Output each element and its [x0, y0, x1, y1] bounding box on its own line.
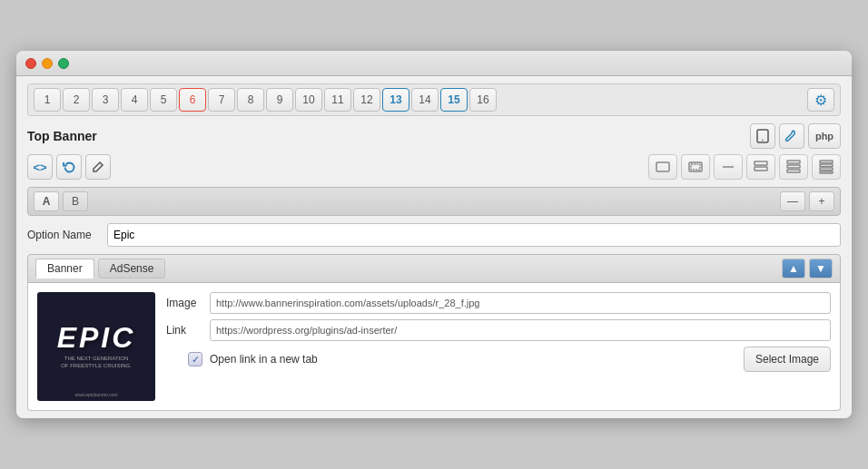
sub-tab-bar: Banner AdSense ▲ ▼: [27, 254, 841, 283]
titlebar: [16, 51, 852, 76]
svg-rect-14: [820, 171, 833, 173]
php-button[interactable]: php: [808, 123, 841, 149]
image-field-row: Image: [166, 292, 831, 314]
section-title: Top Banner: [27, 129, 750, 143]
svg-rect-11: [820, 161, 833, 163]
layout-1-btn[interactable]: [648, 154, 677, 180]
tab-bar: 1 2 3 4 5 6 7 8 9 10 11 12 13 14 15 16 ⚙: [27, 83, 841, 116]
tab-1[interactable]: 1: [34, 88, 61, 112]
option-name-label: Option Name: [27, 229, 100, 241]
image-label: Image: [166, 297, 202, 309]
new-tab-label: Open link in a new tab: [210, 353, 736, 366]
tab-6[interactable]: 6: [179, 88, 206, 112]
ab-bar: A B — +: [27, 187, 841, 216]
layout-4-btn[interactable]: [746, 154, 775, 180]
banner-inner: EPIC THE NEXT GENERATIONOF FREESTYLE CRU…: [37, 292, 831, 401]
tab-13[interactable]: 13: [382, 88, 409, 112]
epic-subtitle: THE NEXT GENERATIONOF FREESTYLE CRUISING…: [57, 356, 135, 370]
edit-icon-btn[interactable]: [85, 154, 111, 180]
tab-8[interactable]: 8: [237, 88, 264, 112]
option-name-input[interactable]: [107, 223, 841, 247]
tab-4[interactable]: 4: [121, 88, 148, 112]
close-button[interactable]: [25, 58, 36, 69]
checkbox-row: ✓ Open link in a new tab Select Image: [166, 347, 831, 372]
layout-5-btn[interactable]: [779, 154, 808, 180]
toolbar-left: <>: [27, 154, 111, 180]
banner-fields: Image Link ✓ Open link in a new tab Sele…: [166, 292, 831, 401]
select-image-button[interactable]: Select Image: [744, 347, 831, 372]
svg-rect-2: [656, 162, 669, 171]
sub-tab-adsense[interactable]: AdSense: [98, 259, 166, 278]
tab-3[interactable]: 3: [92, 88, 119, 112]
svg-rect-13: [820, 168, 833, 171]
option-row: Option Name: [27, 223, 841, 247]
tab-15[interactable]: 15: [440, 88, 468, 112]
content-area: 1 2 3 4 5 6 7 8 9 10 11 12 13 14 15 16 ⚙…: [16, 76, 852, 418]
layout-6-btn[interactable]: [812, 154, 841, 180]
tab-11[interactable]: 11: [324, 88, 351, 112]
code-icon-btn[interactable]: <>: [27, 154, 53, 180]
svg-rect-8: [787, 161, 800, 163]
tab-2[interactable]: 2: [63, 88, 90, 112]
image-url-input[interactable]: [210, 292, 831, 314]
tab-16[interactable]: 16: [469, 88, 497, 112]
banner-preview: EPIC THE NEXT GENERATIONOF FREESTYLE CRU…: [37, 292, 155, 401]
tab-9[interactable]: 9: [266, 88, 293, 112]
tab-5[interactable]: 5: [150, 88, 177, 112]
layout-2-btn[interactable]: [681, 154, 710, 180]
tab-a[interactable]: A: [34, 191, 59, 211]
arrow-up-btn[interactable]: ▲: [782, 259, 805, 278]
svg-point-1: [762, 140, 764, 142]
toolbar-right: [648, 154, 841, 180]
ab-plus-btn[interactable]: +: [809, 191, 834, 211]
epic-logo: EPIC: [57, 323, 136, 352]
new-tab-checkbox[interactable]: ✓: [188, 352, 202, 366]
arrow-down-btn[interactable]: ▼: [809, 259, 833, 278]
checkbox-wrapper: ✓: [166, 352, 202, 366]
tablet-icon-btn[interactable]: [750, 123, 775, 149]
sub-tab-banner[interactable]: Banner: [35, 259, 94, 278]
banner-bottom-text: www.epicbanner.com: [74, 392, 117, 397]
main-window: 1 2 3 4 5 6 7 8 9 10 11 12 13 14 15 16 ⚙…: [16, 51, 852, 418]
tab-14[interactable]: 14: [411, 88, 439, 112]
link-url-input[interactable]: [210, 319, 831, 341]
settings-tab[interactable]: ⚙: [807, 88, 834, 112]
tab-b[interactable]: B: [63, 191, 88, 211]
tab-12[interactable]: 12: [353, 88, 380, 112]
wrench-icon-btn[interactable]: [779, 123, 804, 149]
svg-rect-9: [787, 165, 800, 168]
refresh-icon-btn[interactable]: [56, 154, 82, 180]
tab-10[interactable]: 10: [295, 88, 322, 112]
minimize-button[interactable]: [42, 58, 53, 69]
link-label: Link: [166, 324, 202, 337]
section-header: Top Banner php: [27, 123, 841, 149]
toolbar-row: <>: [27, 154, 841, 180]
layout-3-btn[interactable]: [714, 154, 743, 180]
header-icons: php: [750, 123, 841, 149]
svg-rect-6: [755, 161, 767, 165]
link-field-row: Link: [166, 319, 831, 341]
svg-rect-4: [691, 164, 700, 170]
ab-minus-btn[interactable]: —: [780, 191, 805, 211]
svg-rect-10: [787, 170, 800, 172]
svg-rect-7: [755, 167, 767, 171]
svg-rect-12: [820, 164, 833, 167]
tab-7[interactable]: 7: [208, 88, 235, 112]
traffic-lights: [25, 58, 69, 69]
maximize-button[interactable]: [58, 58, 69, 69]
banner-area: EPIC THE NEXT GENERATIONOF FREESTYLE CRU…: [27, 283, 841, 411]
